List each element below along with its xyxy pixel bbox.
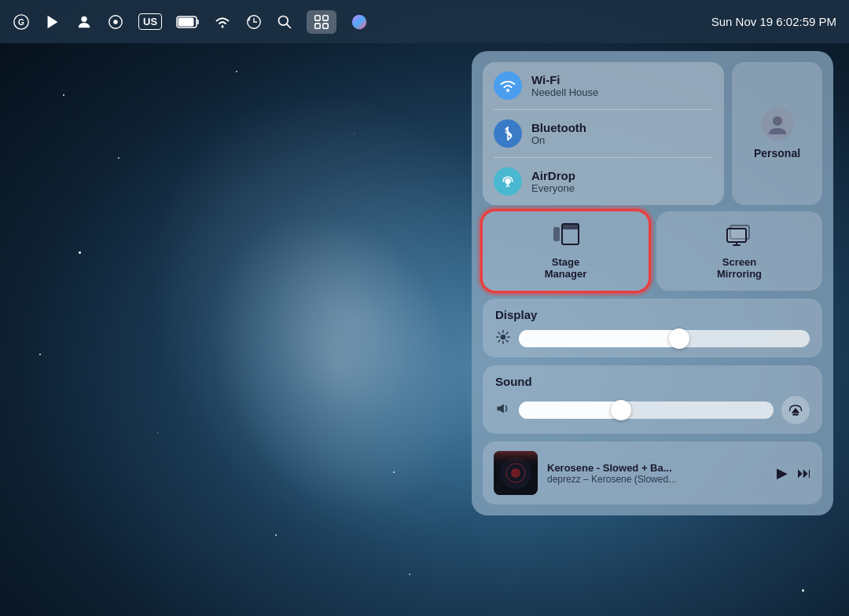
volume-icon	[495, 401, 511, 420]
svg-line-36	[498, 340, 500, 342]
brightness-slider-row	[495, 329, 810, 348]
screen-mirroring-icon	[726, 222, 754, 251]
menubar-left-icons: G US	[13, 10, 368, 34]
airplay-button[interactable]	[781, 396, 810, 424]
stage-manager-icon	[552, 222, 580, 251]
keyboard-indicator[interactable]: US	[138, 13, 162, 30]
svg-rect-16	[315, 23, 320, 28]
battery-icon[interactable]	[176, 15, 200, 29]
connectivity-tile: Wi-Fi Needell House Bluetooth On	[483, 62, 724, 205]
svg-text:G: G	[18, 17, 24, 26]
next-button[interactable]: ⏭	[797, 465, 811, 482]
bluetooth-label: Bluetooth	[531, 121, 586, 134]
svg-rect-15	[323, 15, 328, 20]
bluetooth-icon	[494, 119, 522, 148]
divider-2	[494, 157, 713, 158]
svg-point-9	[222, 25, 224, 28]
svg-point-21	[773, 116, 782, 126]
svg-point-43	[511, 468, 520, 478]
wifi-item[interactable]: Wi-Fi Needell House	[494, 72, 713, 100]
now-playing-tile: Kerosene - Slowed + Ba... deprezz – Kero…	[483, 442, 822, 504]
spotlight-icon[interactable]	[277, 14, 292, 30]
stage-manager-tile[interactable]: StageManager	[483, 211, 649, 291]
control-center-icon[interactable]	[307, 10, 336, 34]
datetime-display: Sun Nov 19 6:02:59 PM	[711, 15, 836, 28]
menubar: G US	[0, 0, 849, 43]
sound-section: Sound	[483, 365, 822, 434]
contacts-icon[interactable]	[75, 13, 93, 31]
svg-point-5	[113, 20, 118, 24]
svg-line-35	[506, 340, 508, 342]
airdrop-mode: Everyone	[531, 182, 575, 194]
svg-rect-8	[178, 17, 194, 26]
time-machine-icon[interactable]	[245, 13, 263, 31]
airdrop-text: AirDrop Everyone	[531, 169, 575, 194]
grammarly-icon[interactable]: G	[13, 13, 30, 31]
personal-label: Personal	[754, 147, 800, 160]
svg-line-34	[498, 332, 500, 334]
second-row: StageManager ScreenMirroring	[483, 211, 822, 291]
stage-manager-label: StageManager	[545, 256, 586, 280]
svg-rect-17	[323, 23, 328, 28]
wifi-label: Wi-Fi	[531, 73, 598, 86]
airdrop-item[interactable]: AirDrop Everyone	[494, 167, 713, 196]
svg-rect-24	[562, 224, 579, 229]
wifi-icon	[494, 72, 522, 100]
bluetooth-text: Bluetooth On	[531, 121, 586, 146]
wifi-menubar-icon[interactable]	[214, 15, 231, 29]
svg-point-29	[501, 335, 506, 340]
display-title: Display	[495, 308, 810, 321]
svg-point-3	[81, 16, 86, 21]
playback-controls: ▶ ⏭	[777, 464, 811, 482]
svg-marker-2	[48, 15, 58, 28]
top-row: Wi-Fi Needell House Bluetooth On	[483, 62, 822, 205]
personal-avatar	[761, 108, 794, 141]
svg-point-19	[506, 89, 509, 92]
svg-line-13	[287, 24, 291, 28]
track-artist: deprezz – Kerosene (Slowed...	[547, 474, 767, 485]
svg-rect-22	[553, 227, 560, 241]
personal-hotspot-tile[interactable]: Personal	[732, 62, 822, 205]
svg-rect-7	[197, 20, 199, 24]
brightness-slider[interactable]	[519, 330, 810, 347]
airdrop-icon	[494, 167, 522, 196]
svg-rect-44	[494, 451, 538, 467]
volume-row	[495, 396, 810, 424]
menubar-right: Sun Nov 19 6:02:59 PM	[711, 15, 836, 28]
svg-rect-39	[792, 414, 799, 416]
svg-rect-14	[315, 15, 320, 20]
airdrop-label: AirDrop	[531, 169, 575, 182]
siri-icon[interactable]	[351, 13, 368, 31]
track-title: Kerosene - Slowed + Ba...	[547, 462, 767, 474]
volume-slider[interactable]	[519, 402, 774, 419]
bluetooth-status: On	[531, 134, 586, 146]
svg-rect-26	[727, 229, 746, 242]
bluetooth-item[interactable]: Bluetooth On	[494, 119, 713, 148]
wifi-text: Wi-Fi Needell House	[531, 73, 598, 98]
display-section: Display	[483, 299, 822, 358]
control-center-panel: Wi-Fi Needell House Bluetooth On	[472, 51, 833, 515]
sound-title: Sound	[495, 375, 810, 388]
svg-point-18	[352, 14, 366, 28]
brightness-icon	[495, 329, 511, 348]
track-info: Kerosene - Slowed + Ba... deprezz – Kero…	[547, 462, 767, 485]
screen-mirroring-label: ScreenMirroring	[717, 256, 762, 280]
album-art	[494, 451, 538, 495]
play-button[interactable]: ▶	[777, 464, 788, 482]
wifi-network: Needell House	[531, 86, 598, 98]
quick-note-icon[interactable]	[44, 13, 61, 31]
screenium-icon[interactable]	[107, 13, 124, 31]
svg-marker-38	[498, 404, 504, 413]
screen-mirroring-tile[interactable]: ScreenMirroring	[656, 211, 822, 291]
svg-line-37	[506, 332, 508, 334]
divider-1	[494, 109, 713, 110]
